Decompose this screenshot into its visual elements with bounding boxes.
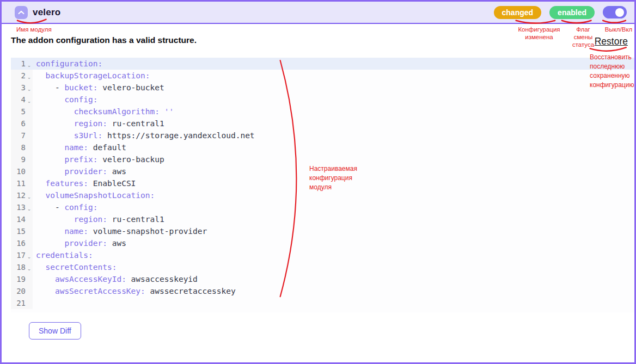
code-line-text: checksumAlgorithm: '' (33, 106, 634, 118)
code-line-text: region: ru-central1 (33, 118, 634, 129)
code-line-text: config: (33, 94, 634, 106)
line-number: 10 (11, 165, 33, 177)
code-line[interactable]: 7 s3Url: https://storage.yandexcloud.net (11, 129, 634, 141)
module-name: velero (33, 7, 60, 18)
code-line[interactable]: 14 region: ru-central1 (11, 213, 634, 225)
line-number: 6 (11, 118, 33, 129)
code-line[interactable]: 20 awsSecretAccessKey: awssecretaccesske… (11, 285, 634, 297)
fold-toggle-icon[interactable]: ⌄ (26, 203, 33, 215)
module-configuration-page: velero changed enabled The addon configu… (0, 0, 636, 364)
line-number: 15 (11, 225, 33, 237)
line-number: 8 (11, 141, 33, 153)
code-line[interactable]: 5 checksumAlgorithm: '' (11, 106, 634, 118)
toggle-knob (615, 8, 624, 17)
line-number: 20 (11, 285, 33, 297)
code-line[interactable]: 1⌄configuration: (11, 58, 634, 70)
fold-toggle-icon[interactable]: ⌄ (26, 83, 33, 95)
code-line[interactable]: 15 name: volume-snapshot-provider (11, 225, 634, 237)
line-number: 16 (11, 237, 33, 249)
line-number: 19 (11, 273, 33, 285)
module-enable-toggle[interactable] (603, 6, 627, 18)
code-line[interactable]: 21 (11, 297, 634, 309)
line-number: 7 (11, 129, 33, 141)
fold-toggle-icon[interactable]: ⌄ (26, 95, 33, 107)
line-number: 3⌄ (11, 82, 33, 94)
validation-message: The addon configuration has a valid stru… (11, 35, 634, 45)
code-line[interactable]: 10 provider: aws (11, 165, 634, 177)
fold-toggle-icon[interactable]: ⌄ (26, 71, 33, 83)
toggle-note: Выкл/Вкл (604, 26, 633, 33)
code-line-text: s3Url: https://storage.yandexcloud.net (33, 129, 634, 141)
line-number: 13⌄ (11, 201, 33, 213)
code-line[interactable]: 11 features: EnableCSI (11, 177, 634, 189)
code-line[interactable]: 9 prefix: velero-backup (11, 153, 634, 165)
line-number: 2⌄ (11, 70, 33, 82)
code-line-text: provider: aws (33, 237, 634, 249)
code-line-text: name: default (33, 141, 634, 153)
code-line[interactable]: 12⌄ volumeSnapshotLocation: (11, 189, 634, 201)
code-line-text: secretContents: (33, 261, 634, 273)
code-line-text: name: volume-snapshot-provider (33, 225, 634, 237)
code-line-text: awsSecretAccessKey: awssecretaccesskey (33, 285, 634, 297)
line-number: 21 (11, 297, 33, 309)
code-line-text: volumeSnapshotLocation: (33, 189, 634, 201)
fold-toggle-icon[interactable]: ⌄ (26, 191, 33, 203)
changed-status-badge: changed (494, 6, 542, 19)
line-number: 17⌄ (11, 249, 33, 261)
code-line[interactable]: 13⌄ - config: (11, 201, 634, 213)
code-line-text: prefix: velero-backup (33, 153, 634, 165)
collapse-button[interactable] (15, 6, 28, 19)
fold-toggle-icon[interactable]: ⌄ (26, 251, 33, 263)
show-diff-button[interactable]: Show Diff (29, 322, 81, 340)
code-line-text: configuration: (33, 58, 634, 70)
line-number: 18⌄ (11, 261, 33, 273)
line-number: 5 (11, 106, 33, 118)
code-line-text: credentials: (33, 249, 634, 261)
enabled-status-badge: enabled (549, 6, 595, 19)
code-line-text: provider: aws (33, 165, 634, 177)
code-line-text: - config: (33, 201, 634, 213)
code-line[interactable]: 8 name: default (11, 141, 634, 153)
chevron-up-icon (18, 8, 25, 16)
code-line[interactable]: 4⌄ config: (11, 94, 634, 106)
header-status-area: changed enabled (494, 6, 630, 19)
line-number: 14 (11, 213, 33, 225)
code-line-text (33, 297, 634, 309)
code-line-text: region: ru-central1 (33, 213, 634, 225)
restore-link[interactable]: Restore (595, 36, 628, 47)
code-line[interactable]: 6 region: ru-central1 (11, 118, 634, 129)
line-number: 9 (11, 153, 33, 165)
fold-toggle-icon[interactable]: ⌄ (26, 59, 33, 71)
code-line[interactable]: 18⌄ secretContents: (11, 261, 634, 273)
code-line-text: backupStorageLocation: (33, 70, 634, 82)
fold-toggle-icon[interactable]: ⌄ (26, 263, 33, 275)
code-line[interactable]: 17⌄credentials: (11, 249, 634, 261)
code-line-text: - bucket: velero-bucket (33, 82, 634, 94)
line-number: 11 (11, 177, 33, 189)
line-number: 12⌄ (11, 189, 33, 201)
code-line[interactable]: 19 awsAccessKeyId: awsaccesskeyid (11, 273, 634, 285)
code-line[interactable]: 16 provider: aws (11, 237, 634, 249)
line-number: 4⌄ (11, 94, 33, 106)
code-line-text: features: EnableCSI (33, 177, 634, 189)
restore-underline (590, 47, 626, 51)
line-number: 1⌄ (11, 58, 33, 70)
code-line-text: awsAccessKeyId: awsaccesskeyid (33, 273, 634, 285)
code-line[interactable]: 3⌄ - bucket: velero-bucket (11, 82, 634, 94)
module-header: velero changed enabled (2, 2, 634, 24)
code-line[interactable]: 2⌄ backupStorageLocation: (11, 70, 634, 82)
yaml-config-editor[interactable]: 1⌄configuration:2⌄ backupStorageLocation… (11, 58, 634, 312)
module-name-note: Имя модуля (16, 26, 52, 33)
